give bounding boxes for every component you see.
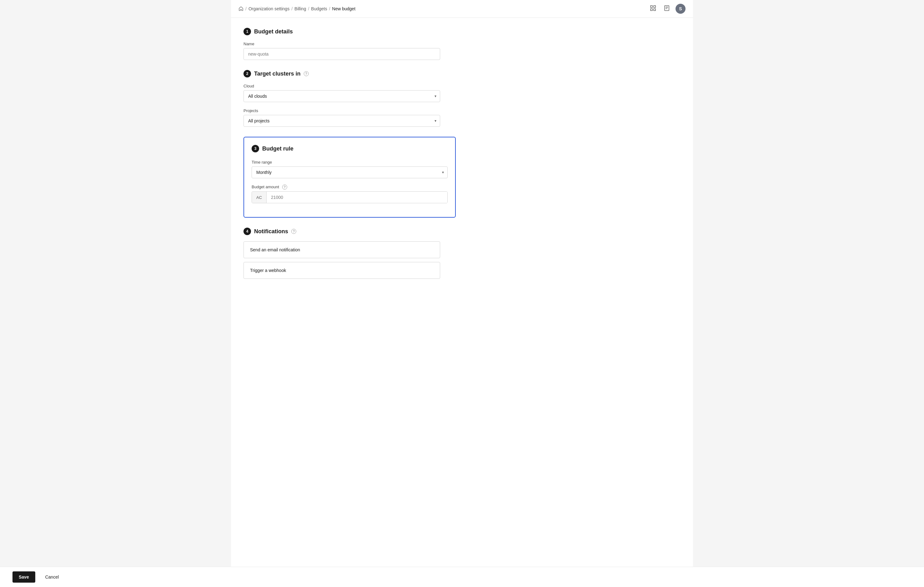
header-icons: S (648, 4, 685, 14)
projects-field-group: Projects All projects Project A Project … (244, 108, 456, 127)
section-notifications: 4 Notifications ? Send an email notifica… (244, 228, 456, 279)
section-budget-rule: 3 Budget rule Time range Monthly Weekly … (244, 137, 456, 218)
section2-title: Target clusters in (254, 71, 300, 77)
name-field-group: Name (244, 41, 456, 60)
section3-title: Budget rule (262, 146, 294, 152)
breadcrumb-org-settings[interactable]: Organization settings (249, 6, 290, 11)
webhook-notification-item[interactable]: Trigger a webhook (244, 262, 440, 279)
name-input[interactable] (244, 48, 440, 60)
name-label: Name (244, 41, 456, 46)
footer-bar: Save Cancel (0, 567, 924, 587)
projects-select-wrapper: All projects Project A Project B ▾ (244, 115, 440, 127)
section-budget-details: 1 Budget details Name (244, 28, 456, 60)
section2-number: 2 (244, 70, 251, 78)
budget-amount-label: Budget amount ? (252, 185, 448, 190)
breadcrumb-sep-1: / (245, 6, 247, 11)
breadcrumb-sep-4: / (329, 6, 330, 11)
cancel-button[interactable]: Cancel (39, 571, 65, 583)
grid-icon (650, 5, 656, 13)
section4-title: Notifications (254, 228, 288, 235)
section4-header: 4 Notifications ? (244, 228, 456, 235)
breadcrumb-billing[interactable]: Billing (294, 6, 306, 11)
breadcrumb-sep-3: / (308, 6, 309, 11)
svg-rect-2 (650, 9, 652, 11)
book-icon (664, 5, 670, 13)
main-content: 1 Budget details Name 2 Target clusters … (231, 18, 468, 314)
section1-title: Budget details (254, 28, 293, 35)
cloud-field-group: Cloud All clouds AWS GCP Azure ▾ (244, 84, 456, 102)
cloud-label: Cloud (244, 84, 456, 88)
save-button[interactable]: Save (13, 571, 35, 583)
section2-header: 2 Target clusters in ? (244, 70, 456, 78)
budget-prefix: AC (252, 192, 267, 203)
section-target-clusters: 2 Target clusters in ? Cloud All clouds … (244, 70, 456, 127)
section1-number: 1 (244, 28, 251, 35)
svg-rect-1 (653, 6, 655, 8)
target-clusters-info-icon[interactable]: ? (304, 71, 309, 76)
budget-amount-field-group: Budget amount ? AC (252, 185, 448, 203)
time-range-select[interactable]: Monthly Weekly Quarterly Yearly (252, 166, 448, 178)
breadcrumb-budgets[interactable]: Budgets (311, 6, 327, 11)
section4-number: 4 (244, 228, 251, 235)
book-icon-button[interactable] (662, 4, 672, 14)
projects-select[interactable]: All projects Project A Project B (244, 115, 440, 127)
breadcrumb-sep-2: / (291, 6, 292, 11)
time-range-label: Time range (252, 160, 448, 165)
notifications-info-icon[interactable]: ? (291, 229, 296, 234)
breadcrumb: / Organization settings / Billing / Budg… (239, 6, 356, 11)
section3-number: 3 (252, 145, 259, 152)
section3-header: 3 Budget rule (252, 145, 448, 152)
svg-rect-3 (653, 9, 655, 11)
cloud-select[interactable]: All clouds AWS GCP Azure (244, 90, 440, 102)
svg-rect-4 (665, 6, 669, 11)
budget-amount-input[interactable] (267, 192, 447, 203)
projects-label: Projects (244, 108, 456, 113)
time-range-field-group: Time range Monthly Weekly Quarterly Year… (252, 160, 448, 178)
section1-header: 1 Budget details (244, 28, 456, 35)
budget-amount-info-icon[interactable]: ? (282, 185, 287, 190)
breadcrumb-current-page: New budget (332, 6, 356, 11)
cloud-select-wrapper: All clouds AWS GCP Azure ▾ (244, 90, 440, 102)
header: / Organization settings / Billing / Budg… (231, 0, 693, 18)
home-icon[interactable] (239, 6, 244, 11)
grid-icon-button[interactable] (648, 4, 658, 14)
user-avatar[interactable]: S (675, 4, 685, 14)
svg-rect-0 (650, 6, 652, 8)
time-range-select-wrapper: Monthly Weekly Quarterly Yearly ▾ (252, 166, 448, 178)
budget-amount-wrapper: AC (252, 192, 448, 203)
email-notification-item[interactable]: Send an email notification (244, 241, 440, 258)
